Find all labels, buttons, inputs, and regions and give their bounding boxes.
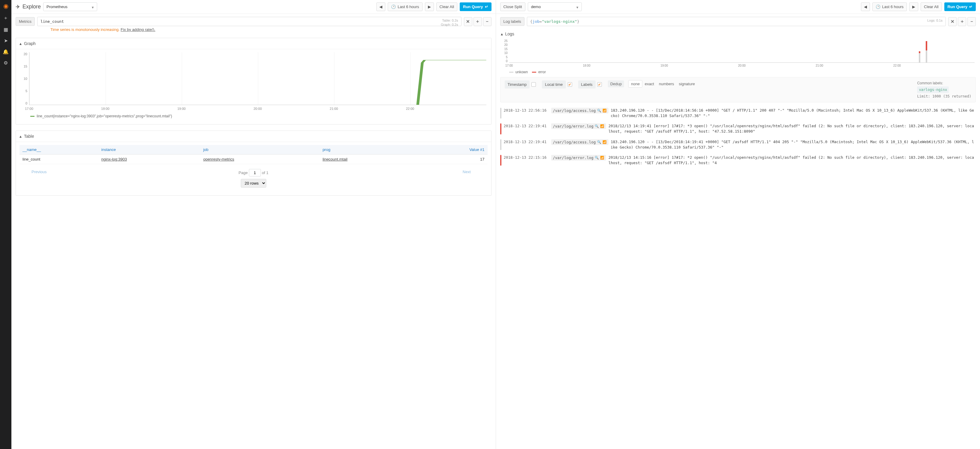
log-rows: 2018-12-13 22:56:16 /var/log/access.log … [496, 105, 980, 172]
enter-icon: ↵ [969, 5, 972, 9]
stats-icon[interactable]: 📶 [603, 109, 607, 113]
chevron-down-icon: ▾ [576, 5, 579, 10]
dedup-option[interactable]: exact [642, 80, 656, 87]
dedup-option[interactable]: none [628, 80, 642, 88]
logs-header: Logs [505, 32, 514, 36]
log-file-badge: /var/log/error.log 🔍 📶 [551, 123, 606, 129]
labels-checkbox[interactable]: ✔ [597, 82, 602, 87]
run-query-button[interactable]: Run Query ↵ [944, 2, 976, 11]
result-table: __name__instancejobprogValue #1 line_cou… [19, 145, 488, 164]
log-level-bar [500, 123, 501, 134]
page-title: Explore [22, 3, 41, 10]
explore-icon[interactable]: ➤ [4, 38, 8, 43]
clear-all-button[interactable]: Clear All [921, 2, 942, 11]
run-query-label: Run Query [948, 5, 967, 9]
collapse-query-button[interactable]: － [967, 17, 976, 26]
collapse-icon[interactable]: ▴ [19, 41, 22, 46]
localtime-checkbox[interactable]: ✔ [568, 82, 572, 87]
stats-icon[interactable]: 📶 [603, 140, 607, 144]
opt-dedup-label: Dedup [608, 80, 624, 87]
opt-localtime-label: Local time [542, 80, 566, 88]
table-col-header[interactable]: Value #1 [419, 145, 487, 155]
pager-prev[interactable]: Previous [32, 169, 47, 174]
hint-warning-text: Time series is monotonously increasing. [50, 27, 120, 32]
dedup-option[interactable]: signature [676, 80, 697, 87]
alerts-icon[interactable]: 🔔 [3, 49, 9, 54]
time-range-button[interactable]: 🕑 Last 6 hours [872, 2, 907, 11]
hint-fix-link[interactable]: Fix by adding rate(). [121, 27, 155, 32]
query-timing: Logs: 0.1s [927, 18, 942, 22]
enter-icon: ↵ [485, 5, 488, 9]
graph-chart: 20151050 17:0018:0019:0020:0021:0022:00 [19, 52, 488, 112]
log-message: 183.240.196.120 - - [13/Dec/2018:14:19:4… [611, 139, 976, 150]
search-icon[interactable]: 🔍 [597, 109, 601, 113]
table-col-header[interactable]: prog [320, 145, 420, 155]
table-col-header[interactable]: job [200, 145, 320, 155]
pager-page-input[interactable] [249, 169, 261, 176]
log-file-badge: /var/log/access.log 🔍 📶 [551, 108, 608, 113]
pager-of-label: of 1 [262, 171, 268, 175]
timestamp-checkbox[interactable] [531, 82, 536, 87]
clock-icon: 🕑 [876, 5, 880, 9]
run-query-button[interactable]: Run Query ↵ [460, 2, 491, 11]
legend-swatch [532, 72, 536, 73]
collapse-icon[interactable]: ▴ [501, 32, 503, 36]
query-type-label: Metrics [16, 17, 35, 26]
log-timestamp: 2018-12-13 22:56:16 [504, 108, 549, 113]
graph-section: ▴ Graph 20151050 17:0018:0019:0020:0021:… [16, 38, 492, 125]
time-next-button[interactable]: ▶ [425, 2, 434, 11]
query-text: line_count [40, 19, 64, 24]
table-row: line_countnginx-log:3903openresty-metric… [19, 155, 488, 164]
pager-rows-select[interactable]: 20 rows [241, 179, 266, 188]
time-prev-button[interactable]: ◀ [376, 2, 385, 11]
settings-icon[interactable]: ⚙ [3, 60, 8, 66]
search-icon[interactable]: 🔍 [595, 156, 599, 160]
search-icon[interactable]: 🔍 [597, 140, 601, 144]
table-section: ▴ Table __name__instancejobprogValue #1 … [16, 131, 492, 196]
legend-error: error [538, 70, 546, 74]
search-icon[interactable]: 🔍 [595, 124, 599, 128]
time-next-button[interactable]: ▶ [909, 2, 918, 11]
log-level-bar [500, 155, 501, 166]
datasource-select[interactable]: demo ▾ [528, 2, 582, 11]
remove-query-button[interactable]: ✕ [948, 17, 957, 26]
common-labels: Common labels: varlogs-nginx Limit: 1000… [917, 80, 971, 99]
collapse-query-button[interactable]: － [483, 17, 492, 26]
log-level-bar [500, 139, 501, 150]
opt-timestamp-label: Timestamp [505, 80, 530, 88]
table-header: Table [24, 134, 34, 139]
clock-icon: 🕑 [391, 5, 396, 9]
metrics-query-input[interactable]: line_count Table: 0.2s Graph: 0.2s [37, 17, 461, 26]
collapse-icon[interactable]: ▴ [19, 134, 22, 139]
table-col-header[interactable]: instance [99, 145, 200, 155]
remove-query-button[interactable]: ✕ [464, 17, 472, 26]
logs-options: Timestamp Local time ✔ Labels ✔ Dedup no… [500, 77, 976, 102]
side-nav: ◉ ＋ ▦ ➤ 🔔 ⚙ [0, 0, 11, 449]
time-range-button[interactable]: 🕑 Last 6 hours [388, 2, 423, 11]
table-col-header[interactable]: __name__ [19, 145, 99, 155]
time-prev-button[interactable]: ◀ [861, 2, 870, 11]
plus-icon[interactable]: ＋ [3, 15, 8, 21]
datasource-value: demo [531, 5, 541, 9]
log-timestamp: 2018-12-13 22:15:16 [504, 155, 549, 160]
log-message: 2018/12/13 14:19:41 [error] 17#17: *3 op… [608, 123, 976, 134]
stats-icon[interactable]: 📶 [600, 156, 604, 160]
pager-next[interactable]: Next [463, 169, 471, 174]
stats-icon[interactable]: 📶 [600, 124, 604, 128]
log-file-badge: /var/log/error.log 🔍 📶 [551, 155, 606, 161]
datasource-value: Prometheus [46, 5, 67, 9]
graph-header: Graph [24, 41, 36, 46]
close-split-button[interactable]: Close Split [500, 2, 525, 11]
logs-legend: unkown error [496, 69, 980, 74]
explore-pane-left: ✈ Explore Prometheus ▾ ◀ 🕑 Last 6 hours … [11, 0, 496, 449]
time-range-label: Last 6 hours [398, 5, 419, 9]
clear-all-button[interactable]: Clear All [436, 2, 457, 11]
dedup-option[interactable]: numbers [656, 80, 676, 87]
add-query-button[interactable]: ＋ [958, 17, 966, 26]
log-level-bar [500, 108, 501, 118]
add-query-button[interactable]: ＋ [474, 17, 482, 26]
dashboards-icon[interactable]: ▦ [3, 27, 8, 32]
datasource-select[interactable]: Prometheus ▾ [43, 2, 97, 11]
common-label-badge: varlogs-nginx [917, 86, 949, 93]
logs-query-input[interactable]: {job="varlogs-nginx"} Logs: 0.1s [527, 17, 946, 26]
